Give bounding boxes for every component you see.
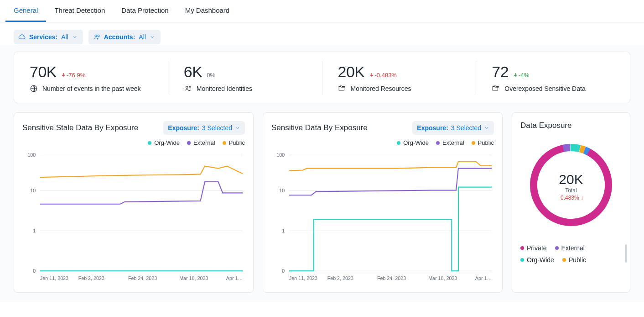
dropdown-label: Exposure: bbox=[417, 124, 448, 132]
svg-point-2 bbox=[186, 86, 188, 89]
line-chart: 100 10 1 0 Jan 11, 2023 Feb 2, 2023 Feb bbox=[271, 149, 494, 286]
svg-point-0 bbox=[95, 35, 97, 37]
donut-chart: 20K Total -0.483% ↓ bbox=[525, 139, 617, 231]
legend-external: External bbox=[555, 244, 585, 252]
chevron-down-icon bbox=[150, 34, 155, 40]
tab-bar: General Threat Detection Data Protection… bbox=[0, 0, 644, 22]
svg-text:100: 100 bbox=[276, 152, 285, 158]
exposure-dropdown[interactable]: Exposure: 3 Selected bbox=[163, 121, 245, 135]
sensitive-data-card: Sensitive Data By Exposure Exposure: 3 S… bbox=[263, 112, 503, 293]
svg-text:Mar 18, 2023: Mar 18, 2023 bbox=[179, 275, 208, 281]
svg-text:Apr 1…: Apr 1… bbox=[475, 275, 492, 281]
donut-legend: Private External Org-Wide Public bbox=[520, 244, 622, 264]
folders-icon bbox=[338, 85, 346, 93]
kpi-overexposed: 72 -4% Overexposed Sensitive Data bbox=[476, 61, 630, 95]
legend-orgwide: Org-Wide bbox=[148, 139, 180, 146]
legend-public: Public bbox=[472, 139, 494, 146]
tab-general[interactable]: General bbox=[5, 0, 46, 22]
legend-private: Private bbox=[520, 244, 547, 252]
svg-text:0: 0 bbox=[282, 268, 285, 274]
chart-legend: Org-Wide External Public bbox=[271, 139, 494, 146]
globe-icon bbox=[30, 85, 38, 93]
chevron-down-icon bbox=[72, 34, 78, 40]
kpi-events: 70K -76.9% Number of events in the past … bbox=[14, 61, 168, 95]
chart-body: 100 10 1 0 Jan 11, 2023 Feb 2, 2023 Feb bbox=[271, 149, 494, 288]
exposure-dropdown[interactable]: Exposure: 3 Selected bbox=[412, 121, 494, 135]
svg-text:Jan 11, 2023: Jan 11, 2023 bbox=[289, 275, 317, 281]
dropdown-value: 3 Selected bbox=[202, 124, 232, 132]
kpi-delta: -0.483% bbox=[369, 72, 397, 79]
svg-text:Feb 24, 2023: Feb 24, 2023 bbox=[377, 275, 406, 281]
cloud-icon bbox=[18, 33, 26, 41]
tab-threat-detection[interactable]: Threat Detection bbox=[46, 0, 113, 22]
kpi-value: 72 bbox=[492, 63, 509, 81]
svg-text:Total: Total bbox=[565, 187, 576, 194]
services-value: All bbox=[61, 33, 68, 41]
charts-row: Sensitive Stale Data By Exposure Exposur… bbox=[14, 112, 630, 293]
kpi-delta: 0% bbox=[207, 72, 215, 79]
card-title: Data Exposure bbox=[520, 121, 571, 130]
tab-my-dashboard[interactable]: My Dashboard bbox=[177, 0, 238, 22]
arrow-down-icon bbox=[61, 73, 66, 77]
users-icon bbox=[93, 33, 100, 41]
svg-text:Jan 11, 2023: Jan 11, 2023 bbox=[40, 275, 68, 281]
legend-external: External bbox=[436, 139, 464, 146]
services-filter[interactable]: Services: All bbox=[14, 30, 83, 44]
kpi-value: 6K bbox=[184, 63, 203, 81]
svg-text:Feb 24, 2023: Feb 24, 2023 bbox=[128, 275, 157, 281]
data-exposure-card: Data Exposure 20K Total bbox=[512, 112, 630, 293]
svg-text:100: 100 bbox=[27, 152, 36, 158]
kpi-value: 70K bbox=[30, 63, 57, 81]
svg-text:1: 1 bbox=[33, 228, 36, 233]
kpi-resources: 20K -0.483% Monitored Resources bbox=[322, 61, 477, 95]
legend-orgwide: Org-Wide bbox=[397, 139, 429, 146]
svg-text:0: 0 bbox=[33, 268, 36, 274]
folders-icon bbox=[492, 85, 500, 93]
users-icon bbox=[184, 85, 192, 93]
dropdown-value: 3 Selected bbox=[451, 124, 481, 132]
svg-text:Mar 18, 2023: Mar 18, 2023 bbox=[428, 275, 457, 281]
kpi-delta: -76.9% bbox=[61, 72, 85, 79]
svg-text:10: 10 bbox=[30, 188, 36, 193]
svg-text:-0.483% ↓: -0.483% ↓ bbox=[559, 195, 583, 201]
kpi-value: 20K bbox=[338, 63, 365, 81]
kpi-label: Monitored Identities bbox=[197, 85, 252, 92]
kpi-identities: 6K 0% Monitored Identities bbox=[168, 61, 322, 95]
dropdown-label: Exposure: bbox=[168, 124, 199, 132]
svg-text:20K: 20K bbox=[559, 172, 583, 187]
kpi-label: Overexposed Sensitive Data bbox=[504, 85, 585, 92]
legend-external: External bbox=[187, 139, 215, 146]
svg-text:Apr 1…: Apr 1… bbox=[226, 275, 243, 281]
filters-row: Services: All Accounts: All bbox=[0, 22, 644, 45]
svg-text:Feb 2, 2023: Feb 2, 2023 bbox=[327, 275, 353, 281]
arrow-down-icon bbox=[369, 73, 374, 77]
svg-text:10: 10 bbox=[279, 188, 285, 193]
legend-public: Public bbox=[562, 256, 586, 264]
accounts-value: All bbox=[139, 33, 146, 41]
services-label: Services: bbox=[29, 33, 57, 41]
kpi-delta: -4% bbox=[513, 72, 529, 79]
chevron-down-icon bbox=[484, 125, 489, 131]
legend-orgwide: Org-Wide bbox=[520, 256, 554, 264]
accounts-label: Accounts: bbox=[104, 33, 135, 41]
card-title: Sensitive Data By Exposure bbox=[271, 123, 368, 132]
chart-legend: Org-Wide External Public bbox=[22, 139, 245, 146]
chart-body: 100 10 1 0 Jan 11, 2023 Feb 2, 2023 Feb bbox=[22, 149, 245, 288]
tab-data-protection[interactable]: Data Protection bbox=[113, 0, 177, 22]
kpi-label: Monitored Resources bbox=[351, 85, 411, 92]
svg-text:Feb 2, 2023: Feb 2, 2023 bbox=[78, 275, 104, 281]
line-chart: 100 10 1 0 Jan 11, 2023 Feb 2, 2023 Feb bbox=[22, 149, 245, 286]
svg-text:1: 1 bbox=[282, 228, 285, 233]
chevron-down-icon bbox=[235, 125, 240, 131]
card-title: Sensitive Stale Data By Exposure bbox=[22, 123, 138, 132]
accounts-filter[interactable]: Accounts: All bbox=[88, 30, 161, 44]
arrow-down-icon bbox=[513, 73, 518, 77]
sensitive-stale-data-card: Sensitive Stale Data By Exposure Exposur… bbox=[14, 112, 254, 293]
legend-public: Public bbox=[223, 139, 245, 146]
kpi-row: 70K -76.9% Number of events in the past … bbox=[14, 52, 630, 103]
kpi-label: Number of events in the past week bbox=[42, 85, 141, 92]
